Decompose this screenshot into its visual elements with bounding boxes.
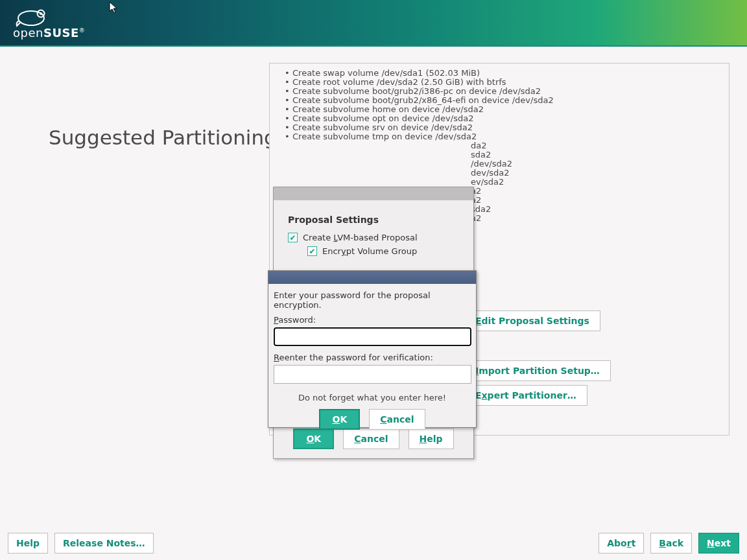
partition-action-item: sda2 <box>471 150 512 159</box>
footer-release-notes-button[interactable]: Release Notes… <box>54 533 154 554</box>
page-title: Suggested Partitioning <box>49 126 277 149</box>
footer-next-button[interactable]: Next <box>698 533 739 554</box>
reenter-password-input[interactable] <box>274 365 471 384</box>
encryption-password-dialog: Enter your password for the proposal enc… <box>268 270 477 428</box>
create-lvm-checkbox[interactable]: ✔ Create LVM-based Proposal <box>288 233 459 242</box>
footer-abort-button[interactable]: Abort <box>599 533 644 554</box>
reenter-password-label: Reenter the password for verification: <box>274 353 471 362</box>
chameleon-icon <box>13 6 57 27</box>
password-cancel-button[interactable]: Cancel <box>369 409 425 430</box>
partition-action-item: /dev/sda2 <box>471 159 512 169</box>
checkbox-checked-icon: ✔ <box>307 246 317 256</box>
password-label: Password: <box>274 315 471 325</box>
partition-action-item: Create subvolume home on device /dev/sda… <box>279 105 722 114</box>
footer-help-button[interactable]: Help <box>8 533 48 554</box>
partition-action-item: a2 <box>471 196 512 205</box>
partition-action-item: a2 <box>471 214 512 223</box>
password-hint-text: Do not forget what you enter here! <box>274 393 471 402</box>
partition-action-item: da2 <box>471 141 512 150</box>
opensuse-logo: openSUSE® <box>13 6 85 40</box>
partition-action-item: Create subvolume srv on device /dev/sda2 <box>279 123 722 132</box>
partition-action-item: Create subvolume boot/grub2/x86_64-efi o… <box>279 96 722 105</box>
top-banner: openSUSE® <box>0 0 747 45</box>
encrypt-volume-group-checkbox[interactable]: ✔ Encrypt Volume Group <box>307 246 459 256</box>
footer-bar: Help Release Notes… Abort Back Next <box>0 526 747 560</box>
partition-action-item: a2 <box>471 187 512 196</box>
import-partition-setup-button[interactable]: Import PImport Partition Setup…artition … <box>464 360 611 381</box>
password-ok-button[interactable]: OK <box>319 409 360 430</box>
main-area: Suggested Partitioning Create swap volum… <box>0 47 747 526</box>
password-prompt-text: Enter your password for the proposal enc… <box>274 290 471 310</box>
partition-action-item: dev/sda2 <box>471 169 512 178</box>
password-input[interactable] <box>274 327 471 346</box>
partition-action-item: Create subvolume boot/grub2/i386-pc on d… <box>279 87 722 96</box>
partition-action-item: sda2 <box>471 205 512 214</box>
proposal-settings-heading: Proposal Settings <box>288 215 459 225</box>
partition-action-item: Create subvolume tmp on device /dev/sda2 <box>279 132 722 141</box>
brand-text: openSUSE® <box>13 26 85 40</box>
dialog-titlebar[interactable] <box>268 271 476 284</box>
partition-actions-list: Create swap volume /dev/sda1 (502.03 MiB… <box>279 69 722 141</box>
partition-action-item: Create root volume /dev/sda2 (2.50 GiB) … <box>279 78 722 87</box>
partition-actions-peek: da2sda2/dev/sda2dev/sda2ev/sda2a2a2sda2a… <box>471 141 512 223</box>
expert-partitioner-button[interactable]: ExperExpert Partitioner…t Partitioner… <box>464 385 587 406</box>
footer-back-button[interactable]: Back <box>650 533 692 554</box>
svg-point-2 <box>40 12 42 15</box>
edit-proposal-settings-button[interactable]: Edit PEdit Proposal Settingsroposal Sett… <box>464 310 600 331</box>
partition-action-item: Create swap volume /dev/sda1 (502.03 MiB… <box>279 69 722 78</box>
partition-action-item: Create subvolume opt on device /dev/sda2 <box>279 114 722 123</box>
partition-action-item: ev/sda2 <box>471 178 512 187</box>
dialog-titlebar[interactable] <box>274 187 473 200</box>
checkbox-checked-icon: ✔ <box>288 233 298 242</box>
